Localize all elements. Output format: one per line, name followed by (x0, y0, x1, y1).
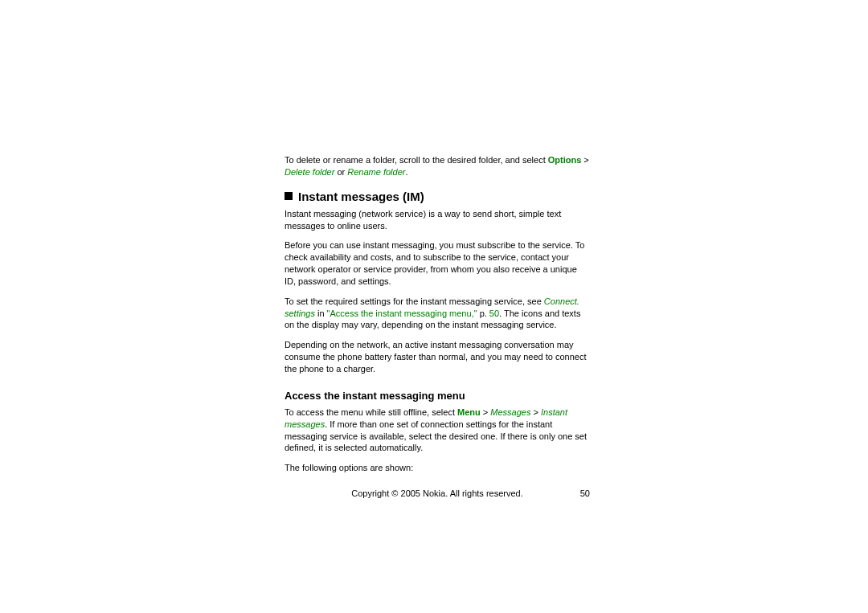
text: To set the required settings for the ins… (285, 296, 544, 306)
document-page: To delete or rename a folder, scroll to … (285, 154, 590, 482)
rename-folder-label: Rename folder (347, 167, 405, 177)
page-number: 50 (580, 488, 590, 498)
subheading-access-menu: Access the instant messaging menu (285, 390, 590, 402)
section-heading-im: Instant messages (IM) (285, 190, 590, 203)
menu-label: Menu (457, 407, 481, 417)
text: To access the menu while still offline, … (285, 407, 457, 417)
link-access-menu[interactable]: "Access the instant messaging menu," (327, 309, 480, 318)
paragraph-delete-rename: To delete or rename a folder, scroll to … (285, 154, 590, 178)
text: > (481, 407, 491, 417)
paragraph-im-intro: Instant messaging (network service) is a… (285, 208, 590, 232)
paragraph-access: To access the menu while still offline, … (285, 407, 590, 454)
square-bullet-icon (285, 192, 293, 200)
text: . (405, 167, 407, 177)
delete-folder-label: Delete folder (285, 167, 334, 177)
text: > (581, 155, 588, 165)
link-page-number[interactable]: 50 (489, 309, 499, 318)
paragraph-subscribe: Before you can use instant messaging, yo… (285, 239, 590, 287)
heading-text: Instant messages (IM) (298, 190, 424, 203)
options-label: Options (548, 155, 582, 165)
text: > (530, 407, 541, 417)
text: p. (480, 309, 489, 318)
paragraph-battery: Depending on the network, an active inst… (285, 339, 590, 375)
text: in (315, 309, 327, 318)
text: or (334, 167, 347, 177)
page-footer: Copyright © 2005 Nokia. All rights reser… (285, 488, 590, 498)
messages-label: Messages (490, 407, 530, 417)
paragraph-options-shown: The following options are shown: (285, 462, 590, 474)
text: . If more than one set of connection set… (285, 419, 587, 453)
paragraph-settings: To set the required settings for the ins… (285, 296, 590, 332)
text: To delete or rename a folder, scroll to … (285, 155, 548, 165)
copyright-text: Copyright © 2005 Nokia. All rights reser… (285, 488, 590, 498)
